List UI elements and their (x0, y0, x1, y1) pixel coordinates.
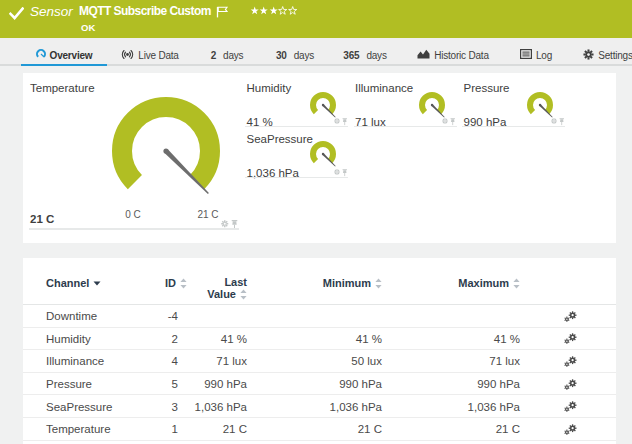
tab-live-data[interactable]: Live Data (120, 48, 180, 62)
gauge-max-label: 21 C (183, 209, 233, 220)
gauge-temperature: Temperature 0 C 21 C 21 C (29, 82, 239, 229)
active-tab-underline (21, 64, 107, 66)
channel-settings-icon[interactable] (564, 328, 577, 351)
tab-365-days[interactable]: 365 days (335, 48, 395, 62)
gauge-underline (29, 228, 239, 230)
tab-log[interactable]: Log (506, 48, 566, 62)
pin-icon[interactable] (559, 118, 565, 126)
gauge-humidity: Humidity 41 % (245, 82, 348, 128)
tab-label-number: 2 (211, 50, 216, 61)
table-row[interactable]: Illuminance 4 71 lux 50 lux 71 lux (23, 350, 616, 373)
table-row[interactable]: Pressure 5 990 hPa 990 hPa 990 hPa (23, 373, 616, 396)
cell-id: 2 (172, 328, 178, 351)
table-row[interactable]: Temperature 1 21 C 21 C 21 C (23, 418, 616, 441)
gauge-underline (462, 126, 565, 128)
column-header-label: Channel (46, 277, 89, 289)
cell-last-value: 21 C (223, 418, 247, 441)
cell-last-value: 1,036 hPa (195, 395, 247, 418)
table-row[interactable]: SeaPressure 3 1,036 hPa 1,036 hPa 1,036 … (23, 395, 616, 418)
cell-id: 1 (172, 418, 178, 441)
priority-stars[interactable] (250, 6, 297, 15)
column-header-minimum[interactable]: Minimum (323, 277, 382, 289)
table-row[interactable]: Humidity 2 41 % 41 % 41 % (23, 328, 616, 351)
channel-settings-icon[interactable] (564, 305, 577, 328)
cell-maximum: 990 hPa (477, 373, 520, 396)
cell-channel: Pressure (46, 373, 92, 396)
cell-minimum: 21 C (358, 418, 382, 441)
cell-channel: Humidity (46, 328, 91, 351)
column-header-label: Last (224, 276, 247, 288)
temperature-gauge-dial (108, 91, 228, 201)
gauge-min-label: 0 C (108, 209, 158, 220)
gear-icon[interactable] (221, 220, 229, 228)
star-filled-icon[interactable] (269, 6, 278, 15)
tab-label: Settings (598, 50, 632, 61)
tab-historic-data[interactable]: Historic Data (413, 48, 493, 62)
sort-desc-icon (93, 281, 101, 286)
star-empty-icon[interactable] (288, 6, 297, 15)
channel-settings-icon[interactable] (564, 373, 577, 396)
sensor-header-bar: Sensor MQTT Subscribe Custom OK (0, 0, 632, 38)
gauges-panel: Temperature 0 C 21 C 21 C Humidity (23, 73, 616, 243)
table-header-row: Channel ID Last Value Minimum Maximum (23, 258, 616, 305)
tab-overview[interactable]: Overview (21, 48, 107, 62)
gauge-actions (551, 118, 565, 126)
column-header-label: Maximum (458, 277, 509, 289)
tab-label: days (366, 50, 386, 61)
gear-icon[interactable] (334, 118, 340, 124)
cell-minimum: 990 hPa (339, 373, 382, 396)
sort-both-icon (240, 289, 247, 300)
tab-settings[interactable]: Settings (578, 48, 632, 62)
tab-30-days[interactable]: 30 days (265, 48, 325, 62)
gauge-seapressure: SeaPressure 1,036 hPa (245, 133, 348, 179)
pin-icon[interactable] (342, 118, 348, 126)
gauge-illuminance: Illuminance 71 lux (354, 82, 457, 128)
channel-settings-icon[interactable] (564, 395, 577, 418)
table-row[interactable]: Downtime -4 (23, 305, 616, 328)
pin-icon[interactable] (342, 169, 348, 177)
gauge-label: Illuminance (355, 82, 413, 94)
status-ok-check-icon (9, 6, 24, 24)
sensor-title: MQTT Subscribe Custom (79, 4, 211, 18)
channel-settings-icon[interactable] (564, 350, 577, 373)
channels-table-panel: Channel ID Last Value Minimum Maximum (23, 258, 616, 444)
tab-2-days[interactable]: 2 days (197, 48, 257, 62)
gauge-pressure: Pressure 990 hPa (462, 82, 565, 128)
star-empty-icon[interactable] (278, 6, 287, 15)
channel-settings-icon[interactable] (564, 418, 577, 441)
sort-both-icon (180, 278, 187, 289)
gauge-value: 21 C (30, 213, 54, 225)
column-header-id[interactable]: ID (165, 277, 187, 289)
broadcast-icon (121, 49, 134, 62)
tab-label: Historic Data (434, 50, 489, 61)
tab-label: days (294, 50, 314, 61)
gauge-icon (36, 49, 46, 61)
tab-label: Live Data (138, 50, 178, 61)
gauge-actions (334, 169, 348, 177)
gauge-actions (442, 118, 456, 126)
column-header-last-value[interactable]: Last Value (207, 277, 247, 300)
gear-icon[interactable] (334, 169, 340, 175)
cell-channel: Downtime (46, 305, 97, 328)
sort-both-icon (513, 278, 520, 289)
cell-channel: Illuminance (46, 350, 104, 373)
column-header-label: Value (207, 289, 236, 301)
pin-icon[interactable] (450, 118, 456, 126)
gauge-label: Temperature (30, 82, 95, 94)
cell-maximum: 71 lux (489, 350, 520, 373)
gear-icon[interactable] (442, 118, 448, 124)
gauge-actions (334, 118, 348, 126)
cell-maximum: 21 C (496, 418, 520, 441)
flag-icon[interactable] (216, 4, 229, 22)
column-header-label: Minimum (323, 277, 371, 289)
cell-minimum: 1,036 hPa (330, 395, 382, 418)
status-badge: OK (81, 22, 95, 33)
cell-last-value: 990 hPa (204, 373, 247, 396)
gear-icon[interactable] (551, 118, 557, 124)
log-icon (520, 49, 532, 61)
star-filled-icon[interactable] (259, 6, 268, 15)
column-header-maximum[interactable]: Maximum (458, 277, 520, 289)
gauge-underline (245, 126, 348, 128)
column-header-channel[interactable]: Channel (46, 277, 101, 289)
star-filled-icon[interactable] (250, 6, 259, 15)
